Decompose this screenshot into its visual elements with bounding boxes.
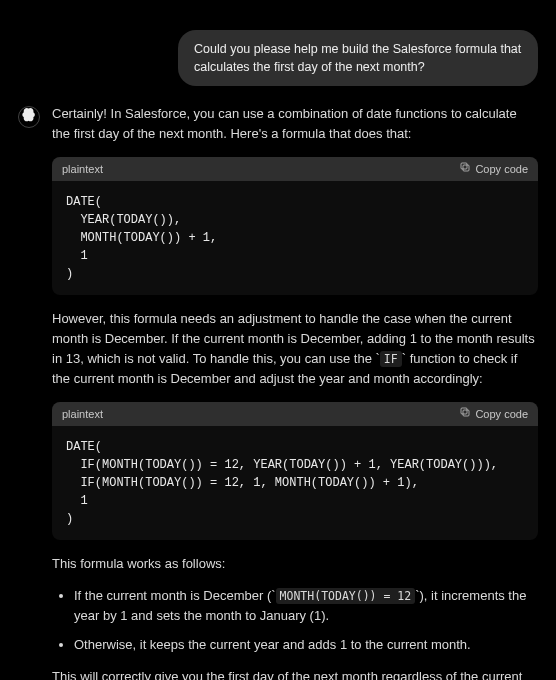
code-header: plaintext Copy code [52, 157, 538, 182]
user-message-bubble: Could you please help me build the Sales… [178, 30, 538, 86]
assistant-avatar [18, 106, 40, 128]
user-message-text: Could you please help me build the Sales… [194, 42, 521, 74]
copy-icon [459, 161, 471, 178]
chat-container: Could you please help me build the Sales… [0, 0, 556, 680]
bullet1-a: If the current month is December ( [74, 588, 271, 603]
works-as-follows: This formula works as follows: [52, 554, 538, 574]
svg-rect-1 [461, 163, 467, 169]
assistant-intro: Certainly! In Salesforce, you can use a … [52, 104, 538, 144]
code-content-1[interactable]: DATE( YEAR(TODAY()), MONTH(TODAY()) + 1,… [52, 181, 538, 295]
code-header-2: plaintext Copy code [52, 402, 538, 427]
list-item: If the current month is December (`MONTH… [74, 586, 538, 626]
copy-icon [459, 406, 471, 423]
copy-code-button-2[interactable]: Copy code [459, 406, 528, 423]
inline-code-month: MONTH(TODAY()) = 12 [276, 588, 416, 604]
code-block-1: plaintext Copy code DATE( YEAR(TODAY()),… [52, 157, 538, 296]
code-lang-label-2: plaintext [62, 406, 103, 423]
copy-code-label: Copy code [475, 161, 528, 178]
openai-icon [22, 108, 36, 128]
svg-rect-3 [461, 408, 467, 414]
assistant-row: Certainly! In Salesforce, you can use a … [18, 104, 538, 680]
user-message-row: Could you please help me build the Sales… [18, 12, 538, 86]
bullet-list: If the current month is December (`MONTH… [52, 586, 538, 654]
copy-code-button[interactable]: Copy code [459, 161, 528, 178]
assistant-body: Certainly! In Salesforce, you can use a … [52, 104, 538, 680]
code-lang-label: plaintext [62, 161, 103, 178]
assistant-outro: This will correctly give you the first d… [52, 667, 538, 680]
svg-rect-0 [463, 165, 469, 171]
inline-code-if: IF [380, 351, 402, 367]
code-block-2: plaintext Copy code DATE( IF(MONTH(TODAY… [52, 402, 538, 541]
assistant-middle: However, this formula needs an adjustmen… [52, 309, 538, 390]
code-content-2[interactable]: DATE( IF(MONTH(TODAY()) = 12, YEAR(TODAY… [52, 426, 538, 540]
list-item: Otherwise, it keeps the current year and… [74, 635, 538, 655]
svg-rect-2 [463, 410, 469, 416]
copy-code-label-2: Copy code [475, 406, 528, 423]
